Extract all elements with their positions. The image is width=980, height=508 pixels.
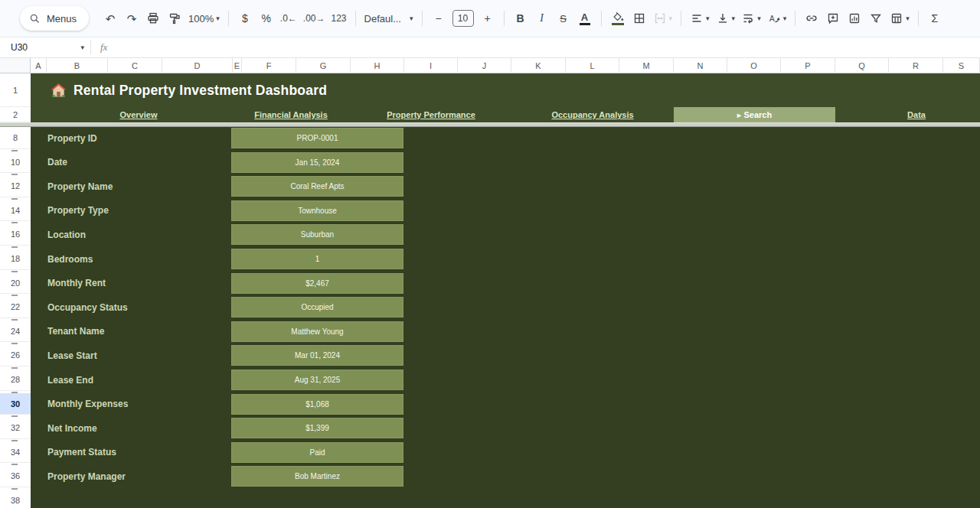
zoom-select[interactable]: 100% ▾ <box>186 8 222 28</box>
font-size-input[interactable]: 10 <box>452 10 474 27</box>
column-header-L[interactable]: L <box>566 58 619 73</box>
field-value-payment-status[interactable]: Paid <box>231 442 403 463</box>
decrease-font-size-button[interactable]: − <box>429 8 449 28</box>
column-header-B[interactable]: B <box>47 58 108 73</box>
toolbar-separator <box>601 11 602 26</box>
row-header-20[interactable]: 20 <box>0 272 31 294</box>
field-value-location[interactable]: Suburban <box>231 224 403 245</box>
field-value-net-income[interactable]: $1,399 <box>231 418 403 438</box>
insert-chart-button[interactable] <box>844 8 864 28</box>
horizontal-align-button[interactable]: ▾ <box>688 8 712 28</box>
merge-cells-button[interactable]: ▾ <box>651 8 675 28</box>
field-value-lease-start[interactable]: Mar 01, 2024 <box>231 345 403 366</box>
field-value-property-name[interactable]: Coral Reef Apts <box>231 176 403 197</box>
row-header-14[interactable]: 14 <box>0 200 31 221</box>
filter-views-button[interactable]: ▾ <box>887 8 912 28</box>
nav-link-overview[interactable]: Overview <box>120 107 158 122</box>
row-header-30[interactable]: 30 <box>0 393 31 415</box>
nav-link-data[interactable]: Data <box>907 107 926 122</box>
increase-font-size-button[interactable]: + <box>478 8 498 28</box>
paint-format-button[interactable] <box>165 8 185 28</box>
row-header-24[interactable]: 24 <box>0 321 31 342</box>
row-header-36[interactable]: 36 <box>0 466 31 487</box>
field-value-property-id[interactable]: PROP-0001 <box>231 128 403 148</box>
row-header-32[interactable]: 32 <box>0 418 31 439</box>
print-button[interactable] <box>143 8 163 28</box>
row-header-12[interactable]: 12 <box>0 176 31 197</box>
formula-input[interactable] <box>107 37 980 57</box>
nav-link-occupancy-analysis[interactable]: Occupancy Analysis <box>551 107 633 122</box>
column-header-H[interactable]: H <box>351 58 404 73</box>
column-header-I[interactable]: I <box>404 58 458 73</box>
field-value-date[interactable]: Jan 15, 2024 <box>231 152 403 173</box>
menus-button[interactable]: Menus <box>20 6 89 31</box>
text-color-button[interactable]: A <box>575 8 595 28</box>
column-header-C[interactable]: C <box>108 58 162 73</box>
strikethrough-button[interactable]: S <box>554 8 573 28</box>
row-header-16[interactable]: 16 <box>0 224 31 246</box>
row-header-1[interactable]: 1 <box>0 73 31 107</box>
field-value-text: $1,399 <box>305 424 329 432</box>
row-header-38[interactable]: 38 <box>0 490 31 508</box>
name-box[interactable]: U30 ▾ <box>0 42 90 53</box>
column-header-J[interactable]: J <box>458 58 511 73</box>
column-header-E[interactable]: E <box>233 58 242 73</box>
row-header-8[interactable]: 8 <box>0 128 31 149</box>
nav-link-property-performance[interactable]: Property Performance <box>387 107 475 122</box>
column-header-S[interactable]: S <box>943 58 980 73</box>
field-value-lease-end[interactable]: Aug 31, 2025 <box>231 370 403 390</box>
column-header-D[interactable]: D <box>162 58 233 73</box>
row-header-26[interactable]: 26 <box>0 345 31 366</box>
create-filter-button[interactable] <box>866 8 886 28</box>
field-value-occupancy-status[interactable]: Occupied <box>231 297 403 318</box>
text-rotation-button[interactable]: A ▾ <box>765 8 789 28</box>
undo-button[interactable]: ↶ <box>100 8 120 28</box>
functions-button[interactable]: Σ <box>925 8 945 28</box>
column-header-A[interactable]: A <box>31 58 47 73</box>
row-header-2[interactable]: 2 <box>0 107 31 122</box>
field-value-monthly-rent[interactable]: $2,467 <box>231 273 403 294</box>
column-header-K[interactable]: K <box>511 58 566 73</box>
column-header-O[interactable]: O <box>727 58 781 73</box>
column-header-R[interactable]: R <box>889 58 943 73</box>
format-currency-button[interactable]: $ <box>235 8 255 28</box>
row-header-34[interactable]: 34 <box>0 441 31 463</box>
field-value-bedrooms[interactable]: 1 <box>231 249 403 269</box>
insert-link-button[interactable] <box>802 8 822 28</box>
name-box-value: U30 <box>11 42 28 53</box>
insert-comment-button[interactable] <box>823 8 843 28</box>
italic-button[interactable]: I <box>532 8 552 28</box>
font-family-select[interactable]: Defaul... ▾ <box>362 8 416 28</box>
column-header-Q[interactable]: Q <box>835 58 889 73</box>
menus-label: Menus <box>47 13 77 24</box>
frozen-rows-divider[interactable] <box>0 122 980 127</box>
column-header-G[interactable]: G <box>296 58 351 73</box>
column-header-M[interactable]: M <box>619 58 674 73</box>
nav-link-financial-analysis[interactable]: Financial Analysis <box>254 107 328 122</box>
column-header-P[interactable]: P <box>781 58 835 73</box>
text-wrap-button[interactable]: ▾ <box>739 8 763 28</box>
field-value-tenant-name[interactable]: Matthew Young <box>231 321 403 342</box>
row-header-22[interactable]: 22 <box>0 297 31 318</box>
increase-decimal-button[interactable]: .00→ <box>301 8 328 28</box>
column-header-F[interactable]: F <box>242 58 296 73</box>
fill-color-button[interactable] <box>608 8 628 28</box>
select-all-corner[interactable] <box>0 58 31 73</box>
field-value-property-type[interactable]: Townhouse <box>231 200 403 221</box>
bold-button[interactable]: B <box>511 8 531 28</box>
row-header-28[interactable]: 28 <box>0 370 31 391</box>
format-percent-button[interactable]: % <box>256 8 276 28</box>
field-value-property-manager[interactable]: Bob Martinez <box>231 466 403 487</box>
row-header-10[interactable]: 10 <box>0 151 31 173</box>
nav-tab-search-active[interactable]: ▸ Search <box>674 107 835 122</box>
borders-button[interactable] <box>629 8 649 28</box>
row-gutter: 128101214161820222426283032343638 <box>0 73 31 508</box>
vertical-align-button[interactable]: ▾ <box>714 8 738 28</box>
decrease-decimal-button[interactable]: .0← <box>278 8 299 28</box>
row-header-18[interactable]: 18 <box>0 249 31 270</box>
redo-button[interactable]: ↷ <box>122 8 142 28</box>
minus-icon: − <box>435 12 441 24</box>
field-value-monthly-expenses[interactable]: $1,068 <box>231 394 403 415</box>
number-format-button[interactable]: 123 <box>329 8 349 28</box>
column-header-N[interactable]: N <box>674 58 727 73</box>
